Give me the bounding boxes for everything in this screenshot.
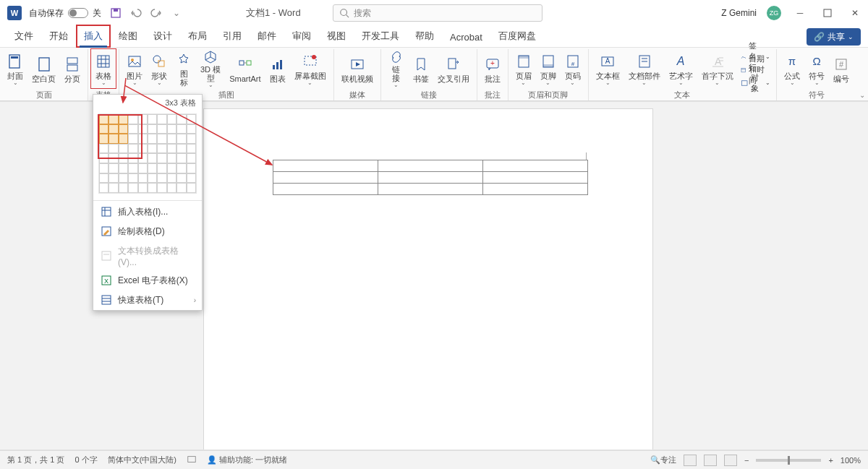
zoom-out-button[interactable]: − [744,456,749,465]
grid-cell[interactable] [176,144,186,154]
grid-cell[interactable] [167,163,176,173]
ribbon-图片[interactable]: 图片⌄ [122,49,147,88]
zoom-level[interactable]: 100% [841,456,861,465]
grid-cell[interactable] [138,114,148,124]
ribbon-书签[interactable]: 书签 [409,49,433,88]
close-button[interactable]: ✕ [846,4,864,22]
grid-cell[interactable] [138,153,148,163]
table-size-grid[interactable] [93,110,202,199]
grid-cell[interactable] [167,134,176,144]
grid-cell[interactable] [138,163,148,173]
grid-cell[interactable] [148,153,157,163]
grid-cell[interactable] [119,173,128,184]
ribbon-交叉引用[interactable]: 交叉引用 [433,49,474,88]
tab-review[interactable]: 审阅 [285,25,318,47]
qat-more-icon[interactable]: ⌄ [169,6,184,20]
grid-cell[interactable] [148,183,157,193]
grid-cell[interactable] [176,134,186,144]
grid-cell[interactable] [128,153,137,163]
grid-cell[interactable] [119,153,128,163]
display-settings-icon[interactable] [187,455,197,466]
grid-cell[interactable] [176,114,186,124]
inserted-table[interactable] [273,160,588,195]
grid-cell[interactable] [187,163,196,173]
grid-cell[interactable] [128,114,137,124]
ribbon-页码[interactable]: #页码⌄ [561,49,585,88]
ribbon-文档部件[interactable]: 文档部件⌄ [624,49,665,88]
grid-cell[interactable] [109,144,118,154]
tab-help[interactable]: 帮助 [408,25,441,47]
grid-cell[interactable] [167,183,176,193]
grid-cell[interactable] [148,163,157,173]
grid-cell[interactable] [119,124,128,134]
grid-cell[interactable] [99,114,109,124]
ribbon-批注[interactable]: +批注 [480,49,505,88]
grid-cell[interactable] [99,134,109,144]
grid-cell[interactable] [148,114,157,124]
ribbon-艺术字[interactable]: A艺术字⌄ [665,49,697,88]
grid-cell[interactable] [187,144,196,154]
grid-cell[interactable] [138,173,148,184]
save-button[interactable] [109,6,123,20]
grid-cell[interactable] [157,183,166,193]
grid-cell[interactable] [157,153,166,163]
grid-cell[interactable] [148,134,157,144]
grid-cell[interactable] [128,134,137,144]
undo-button[interactable] [129,6,143,20]
tab-draw[interactable]: 绘图 [111,25,145,47]
grid-cell[interactable] [187,114,196,124]
word-count[interactable]: 0 个字 [75,455,97,465]
ribbon-空白页[interactable]: 空白页 [27,49,60,88]
tab-acrobat[interactable]: Acrobat [443,27,490,47]
grid-cell[interactable] [119,114,128,124]
share-button[interactable]: 🔗共享⌄ [807,28,861,46]
grid-cell[interactable] [138,134,148,144]
grid-cell[interactable] [157,173,166,184]
grid-cell[interactable] [167,153,176,163]
grid-cell[interactable] [119,144,128,154]
quick-tables-menu[interactable]: 快速表格(T)› [93,291,202,310]
grid-cell[interactable] [176,124,186,134]
grid-cell[interactable] [109,134,118,144]
grid-cell[interactable] [99,144,109,154]
grid-cell[interactable] [167,173,176,184]
search-input[interactable]: 搜索 [333,4,542,22]
draw-table-menu[interactable]: 绘制表格(D) [93,222,202,241]
grid-cell[interactable] [176,163,186,173]
grid-cell[interactable] [128,183,137,193]
grid-cell[interactable] [138,124,148,134]
grid-cell[interactable] [119,183,128,193]
language-status[interactable]: 简体中文(中国大陆) [108,455,176,465]
grid-cell[interactable] [109,163,118,173]
grid-cell[interactable] [119,163,128,173]
ribbon-公式[interactable]: π公式⌄ [780,49,804,88]
ribbon-页脚[interactable]: 页脚⌄ [536,49,561,88]
grid-cell[interactable] [157,134,166,144]
grid-cell[interactable] [187,183,196,193]
ribbon-表格[interactable]: 表格⌄ [91,49,116,88]
grid-cell[interactable] [148,173,157,184]
grid-cell[interactable] [99,124,109,134]
collapse-ribbon-icon[interactable]: ⌄ [859,91,865,99]
grid-cell[interactable] [109,124,118,134]
user-name[interactable]: Z Gemini [721,8,757,18]
ribbon-屏幕截图[interactable]: 屏幕截图⌄ [290,49,331,88]
ribbon-页眉[interactable]: 页眉⌄ [511,49,536,88]
minimize-button[interactable]: ─ [791,4,809,22]
excel-spreadsheet-menu[interactable]: XExcel 电子表格(X) [93,271,202,291]
ribbon-链接[interactable]: 链 接⌄ [384,49,409,88]
grid-cell[interactable] [109,183,118,193]
view-print-layout[interactable] [684,455,697,466]
grid-cell[interactable] [176,183,186,193]
tab-layout[interactable]: 布局 [181,25,214,47]
grid-cell[interactable] [176,153,186,163]
grid-cell[interactable] [128,124,137,134]
focus-mode-button[interactable]: 🔍专注 [650,455,676,465]
page-status[interactable]: 第 1 页，共 1 页 [7,455,64,465]
grid-cell[interactable] [187,134,196,144]
grid-cell[interactable] [109,114,118,124]
tab-view[interactable]: 视图 [320,25,353,47]
view-web-layout[interactable] [724,455,737,466]
grid-cell[interactable] [187,153,196,163]
grid-cell[interactable] [167,114,176,124]
